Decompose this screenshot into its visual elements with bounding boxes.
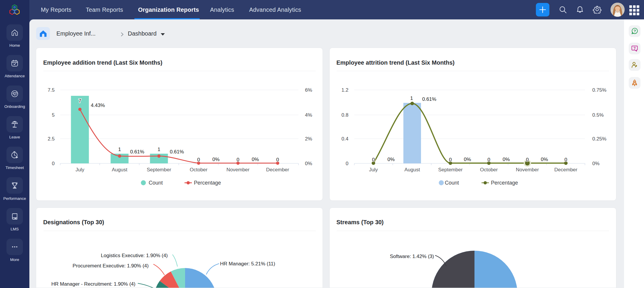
svg-text:0%: 0% — [305, 161, 312, 166]
svg-text:Employee addition trend (Last: Employee addition trend (Last Six Months… — [43, 59, 162, 66]
svg-text:Logistics Executive: 1.90% (4): Logistics Executive: 1.90% (4) — [101, 253, 168, 258]
svg-text:August: August — [112, 167, 128, 173]
svg-text:July: July — [369, 167, 378, 173]
svg-text:0.61%: 0.61% — [422, 96, 436, 102]
svg-text:HR Manager: 5.21% (11): HR Manager: 5.21% (11) — [220, 261, 275, 267]
svg-text:0: 0 — [487, 157, 490, 163]
svg-text:?: ? — [633, 29, 636, 33]
svg-text:HR Manager - Recruitment: 1.90: HR Manager - Recruitment: 1.90% (4) — [51, 281, 135, 287]
svg-text:0: 0 — [449, 157, 452, 163]
svg-text:0: 0 — [526, 157, 529, 163]
svg-text:Software: 1.42% (3): Software: 1.42% (3) — [390, 254, 434, 259]
svg-text:7: 7 — [78, 98, 81, 104]
svg-text:7.5: 7.5 — [48, 87, 55, 93]
svg-text:0%: 0% — [503, 157, 510, 162]
svg-text:November: November — [516, 167, 539, 173]
svg-text:0.75%: 0.75% — [592, 87, 606, 93]
svg-text:Count: Count — [149, 180, 163, 186]
svg-text:0%: 0% — [592, 161, 600, 166]
svg-text:0: 0 — [197, 157, 200, 163]
svg-text:6%: 6% — [305, 87, 312, 93]
svg-text:1.2: 1.2 — [341, 87, 348, 93]
svg-text:0%: 0% — [252, 157, 259, 162]
svg-text:July: July — [76, 167, 85, 173]
svg-text:5: 5 — [52, 112, 55, 118]
svg-text:1: 1 — [410, 96, 413, 101]
svg-text:Streams (Top 30): Streams (Top 30) — [336, 219, 384, 225]
svg-text:September: September — [147, 167, 171, 173]
svg-text:0: 0 — [52, 161, 55, 166]
svg-text:Percentage: Percentage — [491, 180, 518, 186]
svg-text:0.8: 0.8 — [341, 112, 348, 118]
svg-text:Designations (Top 30): Designations (Top 30) — [43, 219, 104, 225]
svg-text:0%: 0% — [464, 157, 471, 162]
svg-text:0: 0 — [564, 157, 567, 163]
svg-text:November: November — [227, 167, 250, 173]
svg-text:0: 0 — [237, 157, 239, 163]
svg-text:4.43%: 4.43% — [91, 103, 105, 108]
svg-text:1: 1 — [157, 147, 160, 152]
svg-text:0.4: 0.4 — [341, 136, 348, 142]
svg-text:August: August — [405, 167, 420, 173]
svg-text:December: December — [266, 167, 289, 173]
svg-text:?: ? — [633, 46, 636, 51]
svg-text:December: December — [554, 167, 578, 173]
svg-text:0%: 0% — [541, 157, 548, 162]
svg-text:Employee attrition trend (Last: Employee attrition trend (Last Six Month… — [336, 59, 455, 66]
svg-text:October: October — [480, 167, 498, 173]
svg-text:2.5: 2.5 — [48, 136, 55, 142]
svg-text:Count: Count — [445, 180, 459, 186]
svg-text:0%: 0% — [212, 157, 220, 162]
svg-text:October: October — [190, 167, 208, 173]
svg-text:0: 0 — [276, 157, 279, 163]
svg-text:0: 0 — [346, 161, 348, 166]
svg-text:0: 0 — [372, 157, 375, 163]
svg-text:4%: 4% — [305, 112, 312, 118]
svg-text:0%: 0% — [388, 157, 395, 162]
svg-text:2%: 2% — [305, 136, 312, 142]
svg-text:Procurement Executive: 1.90% (: Procurement Executive: 1.90% (4) — [73, 263, 149, 269]
svg-text:0.25%: 0.25% — [592, 136, 606, 142]
svg-text:September: September — [438, 167, 462, 173]
svg-text:0.61%: 0.61% — [170, 149, 184, 155]
svg-text:0.61%: 0.61% — [130, 149, 144, 155]
svg-text:Percentage: Percentage — [194, 180, 221, 186]
svg-text:1: 1 — [118, 147, 121, 152]
svg-text:0.5%: 0.5% — [592, 112, 604, 118]
